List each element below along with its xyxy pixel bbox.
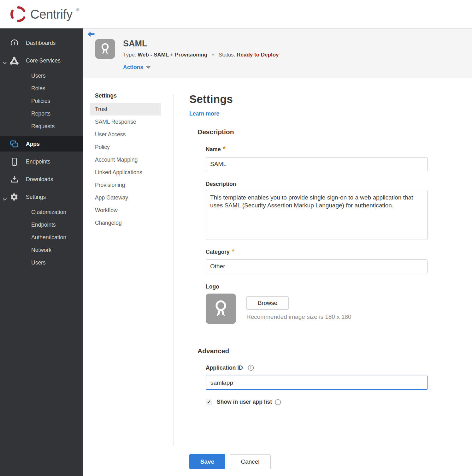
subnav-label: Policy bbox=[95, 144, 110, 151]
subnav-label: Account Mapping bbox=[95, 157, 138, 163]
sidebar-label: Downloads bbox=[26, 176, 53, 183]
show-in-user-app-list-checkbox[interactable]: ✓ bbox=[206, 399, 212, 405]
sidebar-item-settings-endpoints[interactable]: Endpoints bbox=[0, 218, 83, 231]
download-icon bbox=[9, 175, 20, 184]
sidebar-sub-label: Requests bbox=[31, 123, 55, 130]
sidebar-item-customization[interactable]: Customization bbox=[0, 206, 83, 218]
browse-button[interactable]: Browse bbox=[246, 296, 289, 310]
type-value: Web - SAML + Provisioning bbox=[138, 52, 207, 58]
sidebar-item-authentication[interactable]: Authentication bbox=[0, 231, 83, 244]
subnav-label: SAML Response bbox=[95, 119, 136, 125]
sidebar-sub-label: Roles bbox=[31, 85, 45, 92]
sidebar-sub-label: Users bbox=[31, 259, 46, 266]
category-label-text: Category bbox=[206, 249, 230, 255]
app-meta-line: Type: Web - SAML + Provisioning • Status… bbox=[123, 52, 279, 58]
application-id-input[interactable] bbox=[206, 376, 428, 390]
status-label: Status: bbox=[219, 52, 235, 58]
sidebar-item-settings[interactable]: Settings bbox=[0, 189, 83, 205]
centrify-swirl-icon bbox=[9, 5, 27, 23]
name-input[interactable] bbox=[206, 157, 428, 171]
sidebar-item-network[interactable]: Network bbox=[0, 244, 83, 256]
content-area: Settings Trust SAML Response User Access… bbox=[83, 78, 472, 476]
page-title: Settings bbox=[189, 93, 233, 105]
brand-name: Centrify bbox=[30, 7, 73, 21]
show-in-user-app-list-label: Show in user app list bbox=[217, 399, 281, 405]
learn-more-link[interactable]: Learn more bbox=[189, 110, 219, 117]
sidebar-label: Endpoints bbox=[26, 158, 50, 165]
subnav-item-provisioning[interactable]: Provisioning bbox=[90, 179, 161, 191]
application-id-label: Application ID bbox=[206, 365, 254, 371]
app-logo-tile bbox=[95, 39, 115, 59]
sidebar-label: Apps bbox=[26, 141, 40, 147]
sidebar-sub-label: Users bbox=[31, 73, 46, 79]
subnav-item-trust[interactable]: Trust bbox=[90, 103, 161, 116]
actions-label: Actions bbox=[123, 64, 143, 71]
description-label-text: Description bbox=[206, 181, 236, 187]
save-button[interactable]: Save bbox=[189, 454, 225, 469]
logo-size-hint: Recommended image size is 180 x 180 bbox=[246, 313, 351, 320]
back-arrow-icon[interactable] bbox=[87, 31, 95, 38]
sidebar-sub-label: Endpoints bbox=[31, 222, 56, 228]
sidebar-item-endpoints[interactable]: Endpoints bbox=[0, 154, 83, 169]
award-ribbon-icon bbox=[98, 42, 112, 56]
required-asterisk: * bbox=[232, 248, 234, 255]
checkbox-label-text: Show in user app list bbox=[217, 399, 272, 405]
award-ribbon-icon bbox=[211, 299, 231, 318]
subnav-item-linked-applications[interactable]: Linked Applications bbox=[90, 166, 161, 179]
sidebar-sub-label: Reports bbox=[31, 110, 50, 117]
sidebar-item-users[interactable]: Users bbox=[0, 69, 83, 82]
sidebar-item-settings-users[interactable]: Users bbox=[0, 256, 83, 269]
description-section-heading: Description bbox=[198, 128, 234, 136]
chevron-down-icon bbox=[3, 196, 7, 202]
centrify-admin-window: Centrify ® Dashboards bbox=[0, 0, 472, 476]
sidebar-sub-label: Customization bbox=[31, 209, 66, 216]
info-icon[interactable] bbox=[275, 399, 281, 405]
sidebar-label: Dashboards bbox=[26, 40, 56, 46]
subnav-label: User Access bbox=[95, 131, 126, 138]
app-header: SAML Type: Web - SAML + Provisioning • S… bbox=[83, 28, 472, 78]
subnav-item-account-mapping[interactable]: Account Mapping bbox=[90, 153, 161, 166]
checkbox-check-icon: ✓ bbox=[207, 400, 211, 405]
sidebar: Dashboards Core Services Users Roles Pol… bbox=[0, 28, 83, 476]
sidebar-item-core-services[interactable]: Core Services bbox=[0, 53, 83, 68]
subnav-label: Trust bbox=[95, 106, 107, 113]
app-title: SAML bbox=[123, 39, 147, 49]
settings-form: Settings Learn more Description Name * D… bbox=[189, 78, 435, 476]
sidebar-sub-label: Authentication bbox=[31, 234, 66, 241]
form-actions: Save Cancel bbox=[189, 454, 271, 469]
sidebar-sub-label: Policies bbox=[31, 98, 50, 104]
description-textarea[interactable]: This template enables you to provide sin… bbox=[206, 190, 428, 240]
sidebar-item-downloads[interactable]: Downloads bbox=[0, 172, 83, 187]
show-in-user-app-list-row: ✓ Show in user app list bbox=[206, 399, 281, 405]
sidebar-item-reports[interactable]: Reports bbox=[0, 107, 83, 120]
subnav-item-workflow[interactable]: Workflow bbox=[90, 204, 161, 217]
gear-icon bbox=[9, 193, 20, 201]
settings-subnav: Settings Trust SAML Response User Access… bbox=[90, 92, 161, 229]
info-icon[interactable] bbox=[248, 365, 254, 371]
subnav-label: Linked Applications bbox=[95, 169, 142, 176]
apps-icon bbox=[9, 140, 20, 148]
actions-dropdown[interactable]: Actions bbox=[123, 64, 151, 71]
required-asterisk: * bbox=[223, 145, 226, 152]
sidebar-item-apps[interactable]: Apps bbox=[0, 136, 83, 152]
cancel-button[interactable]: Cancel bbox=[230, 454, 271, 469]
chevron-down-icon bbox=[3, 59, 7, 66]
subnav-item-changelog[interactable]: Changelog bbox=[90, 217, 161, 229]
subnav-item-app-gateway[interactable]: App Gateway bbox=[90, 191, 161, 204]
name-label: Name * bbox=[206, 146, 225, 153]
subnav-item-policy[interactable]: Policy bbox=[90, 141, 161, 153]
sidebar-item-roles[interactable]: Roles bbox=[0, 82, 83, 95]
subnav-item-user-access[interactable]: User Access bbox=[90, 128, 161, 141]
subnav-label: Changelog bbox=[95, 220, 122, 226]
sidebar-item-policies[interactable]: Policies bbox=[0, 95, 83, 107]
sidebar-item-dashboards[interactable]: Dashboards bbox=[0, 35, 83, 51]
subnav-label: App Gateway bbox=[95, 194, 128, 201]
smartphone-icon bbox=[9, 158, 20, 166]
centrify-logo: Centrify ® bbox=[9, 5, 79, 23]
sidebar-sub-label: Network bbox=[31, 247, 51, 253]
category-input[interactable] bbox=[206, 259, 428, 273]
subnav-item-saml-response[interactable]: SAML Response bbox=[90, 116, 161, 128]
sidebar-item-requests[interactable]: Requests bbox=[0, 120, 83, 133]
name-label-text: Name bbox=[206, 146, 221, 153]
category-label: Category * bbox=[206, 249, 234, 256]
